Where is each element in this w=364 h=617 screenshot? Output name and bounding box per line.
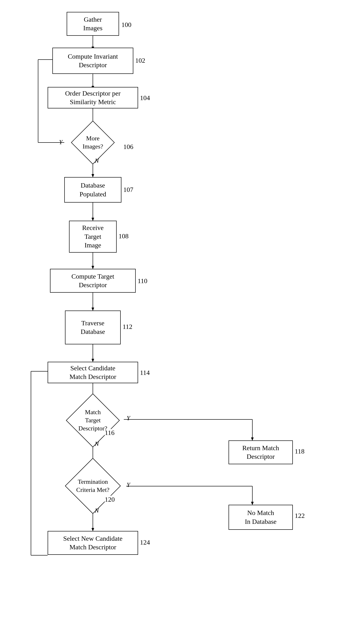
match-target-label: MatchTargetDescriptor?: [78, 408, 107, 432]
select-candidate-box: Select CandidateMatch Descriptor: [48, 362, 138, 383]
gather-images-label: GatherImages: [83, 15, 103, 33]
match-target-diamond: MatchTargetDescriptor?: [60, 399, 126, 441]
return-match-box: Return MatchDescriptor: [229, 440, 293, 464]
select-new-candidate-box: Select New CandidateMatch Descriptor: [48, 531, 138, 555]
traverse-database-box: TraverseDatabase: [65, 311, 121, 344]
termination-label: TerminationCriteria Met?: [76, 478, 109, 494]
order-descriptor-box: Order Descriptor perSimilarity Metric: [48, 87, 138, 109]
match-target-no-label: N: [95, 440, 99, 448]
select-candidate-label: Select CandidateMatch Descriptor: [69, 364, 117, 381]
compute-target-label: Compute TargetDescriptor: [71, 272, 114, 289]
order-descriptor-ref: 104: [140, 94, 150, 102]
database-populated-label: DatabasePopulated: [79, 181, 106, 199]
more-images-ref: 106: [123, 143, 133, 151]
database-populated-ref: 107: [123, 186, 133, 193]
traverse-database-label: TraverseDatabase: [81, 319, 105, 336]
database-populated-box: DatabasePopulated: [64, 177, 121, 203]
svg-marker-17: [92, 308, 94, 311]
receive-target-label: ReceiveTargetImage: [82, 223, 104, 249]
more-images-label: MoreImages?: [83, 134, 103, 151]
gather-images-ref: 100: [121, 21, 131, 28]
svg-marker-29: [251, 502, 254, 505]
svg-marker-24: [251, 438, 254, 440]
compute-target-ref: 110: [138, 277, 147, 285]
termination-ref: 120: [105, 496, 115, 503]
compute-invariant-box: Compute InvariantDescriptor: [52, 48, 133, 74]
select-candidate-ref: 114: [140, 369, 150, 377]
termination-diamond: TerminationCriteria Met?: [60, 464, 126, 507]
svg-marker-11: [92, 174, 94, 177]
compute-invariant-ref: 102: [135, 57, 145, 64]
termination-no-label: N: [95, 507, 99, 514]
svg-marker-15: [92, 266, 94, 269]
select-new-candidate-label: Select New CandidateMatch Descriptor: [63, 534, 123, 552]
termination-yes-label: Y: [127, 481, 130, 489]
compute-target-box: Compute TargetDescriptor: [50, 269, 136, 293]
match-target-yes-label: Y: [127, 415, 130, 422]
no-match-label: No MatchIn Database: [245, 508, 277, 526]
gather-images-box: GatherImages: [67, 12, 119, 36]
receive-target-ref: 108: [118, 232, 129, 240]
compute-invariant-label: Compute InvariantDescriptor: [68, 52, 118, 69]
order-descriptor-label: Order Descriptor perSimilarity Metric: [65, 89, 120, 107]
svg-marker-31: [92, 528, 94, 531]
no-match-ref: 122: [295, 512, 305, 520]
svg-marker-13: [92, 218, 94, 221]
more-images-yes-label: Y: [59, 139, 62, 146]
more-images-diamond: MoreImages?: [64, 126, 121, 159]
return-match-label: Return MatchDescriptor: [242, 444, 279, 461]
return-match-ref: 118: [295, 448, 304, 455]
select-new-candidate-ref: 124: [140, 539, 150, 546]
no-match-box: No MatchIn Database: [229, 505, 293, 530]
receive-target-box: ReceiveTargetImage: [69, 221, 117, 253]
svg-marker-19: [92, 359, 94, 362]
more-images-no-label: N: [95, 157, 99, 165]
traverse-database-ref: 112: [123, 323, 132, 330]
flowchart: GatherImages 100 Compute InvariantDescri…: [0, 0, 364, 617]
